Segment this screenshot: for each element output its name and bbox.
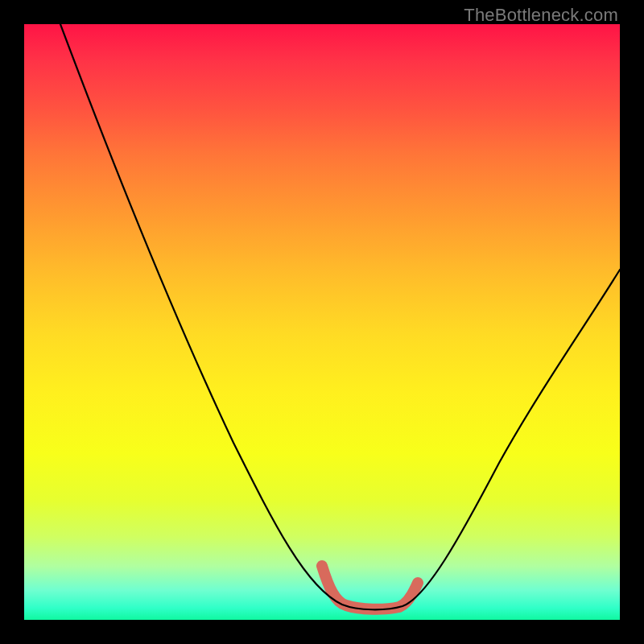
bottleneck-curve xyxy=(60,24,620,609)
curve-layer xyxy=(24,24,620,620)
chart-frame: TheBottleneck.com xyxy=(0,0,644,644)
attribution-text: TheBottleneck.com xyxy=(464,5,618,26)
accent-minimum xyxy=(322,566,418,609)
plot-area xyxy=(24,24,620,620)
